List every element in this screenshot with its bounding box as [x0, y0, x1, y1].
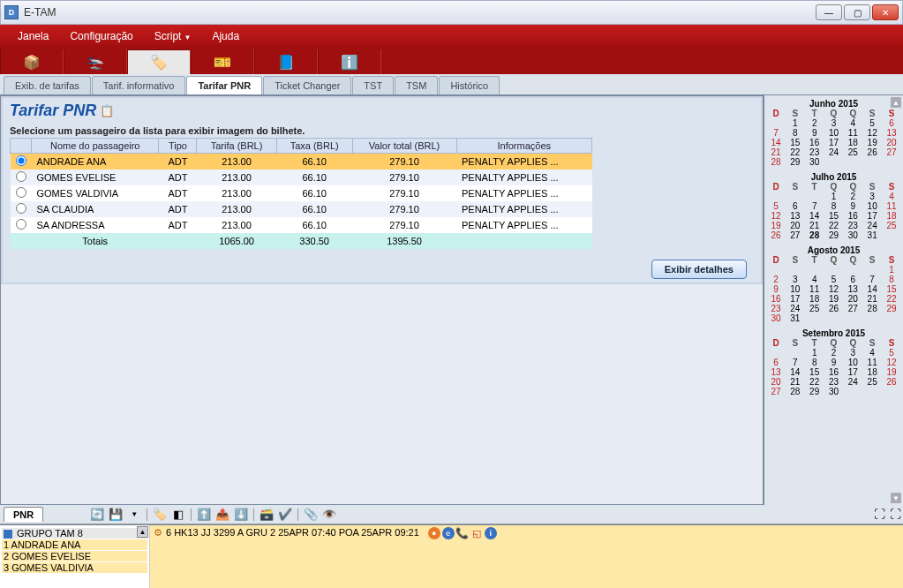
calendar-day[interactable]: 21: [787, 377, 803, 387]
calendar-day[interactable]: 30: [768, 313, 784, 323]
calendar-day[interactable]: 25: [864, 377, 880, 387]
menu-janela[interactable]: Janela: [7, 30, 59, 42]
calendar-day[interactable]: 26: [864, 147, 880, 157]
calendar-day[interactable]: 27: [845, 304, 861, 313]
calendar-day[interactable]: 22: [884, 294, 899, 304]
calendar-day[interactable]: 30: [845, 230, 861, 240]
calendar-day[interactable]: 6: [884, 118, 899, 128]
calendar-day[interactable]: 3: [864, 192, 880, 201]
calendar-scroll-down[interactable]: ▼: [891, 493, 901, 503]
calendar-day[interactable]: 15: [807, 367, 823, 377]
calendar-day[interactable]: 29: [825, 230, 841, 240]
calendar-day[interactable]: 26: [825, 304, 841, 313]
tb-expand-icon-1[interactable]: ⛶: [871, 507, 887, 523]
calendar-day[interactable]: 20: [845, 294, 861, 304]
calendar-day[interactable]: 15: [825, 211, 841, 221]
tab-ticket-changer[interactable]: Ticket Changer: [263, 76, 351, 94]
tb-db-icon[interactable]: 🗃️: [259, 507, 275, 523]
calendar-day[interactable]: 4: [807, 275, 823, 284]
calendar-day[interactable]: 3: [845, 348, 861, 358]
calendar-day[interactable]: 6: [845, 275, 861, 284]
calendar-day[interactable]: 25: [884, 221, 899, 230]
table-row[interactable]: SA CLAUDIA ADT 213.00 66.10 279.10 PENAL…: [11, 201, 592, 217]
tb-down-icon[interactable]: ⬇️: [233, 507, 249, 523]
calendar-day[interactable]: 7: [768, 128, 784, 138]
pax-line[interactable]: 3 GOMES VALDIVIA: [2, 562, 147, 573]
calendar-day[interactable]: 15: [884, 284, 899, 294]
tb-check-icon[interactable]: ✔️: [277, 507, 293, 523]
calendar-day[interactable]: 12: [768, 211, 784, 221]
calendar-day[interactable]: 7: [864, 275, 880, 284]
calendar-day[interactable]: 12: [884, 358, 899, 367]
calendar-day[interactable]: 31: [787, 313, 803, 323]
calendar-day[interactable]: 30: [807, 157, 823, 167]
calendar-day[interactable]: 22: [825, 221, 841, 230]
calendar-day[interactable]: 19: [768, 221, 784, 230]
seg-phone-icon[interactable]: 📞: [456, 527, 469, 539]
calendar-day[interactable]: 2: [825, 348, 841, 358]
calendar-day[interactable]: 3: [825, 118, 841, 128]
tb-erase-icon[interactable]: ◧: [170, 507, 186, 523]
table-row[interactable]: ANDRADE ANA ADT 213.00 66.10 279.10 PENA…: [11, 154, 592, 170]
calendar-day[interactable]: 24: [845, 377, 861, 387]
tb-refresh-icon[interactable]: 🔄: [89, 507, 105, 523]
calendar-day[interactable]: 19: [825, 294, 841, 304]
calendar-day[interactable]: 23: [768, 304, 784, 313]
calendar-day[interactable]: 24: [787, 304, 803, 313]
pax-scroll-up[interactable]: ▲: [137, 526, 148, 538]
calendar-day[interactable]: 13: [768, 367, 784, 377]
calendar-day[interactable]: 14: [787, 367, 803, 377]
calendar-day[interactable]: 17: [864, 211, 880, 221]
tb-caret-icon[interactable]: ▼: [126, 507, 142, 523]
calendar-day[interactable]: 10: [864, 201, 880, 211]
toolbar-btn-5[interactable]: 📘: [254, 49, 318, 74]
calendar-day[interactable]: 29: [807, 387, 823, 396]
seg-eticket-icon[interactable]: e: [442, 527, 455, 539]
calendar-day[interactable]: 6: [787, 201, 803, 211]
calendar-day[interactable]: 16: [845, 211, 861, 221]
calendar-day[interactable]: 16: [825, 367, 841, 377]
calendar-day[interactable]: 1: [825, 192, 841, 201]
calendar-day[interactable]: 17: [845, 367, 861, 377]
calendar-day[interactable]: 14: [768, 138, 784, 147]
calendar-day[interactable]: 2: [768, 275, 784, 284]
table-row[interactable]: GOMES EVELISE ADT 213.00 66.10 279.10 PE…: [11, 170, 592, 185]
row-radio[interactable]: [16, 203, 26, 214]
calendar-day[interactable]: 24: [825, 147, 841, 157]
calendar-day[interactable]: 22: [807, 377, 823, 387]
calendar-day[interactable]: 19: [884, 367, 899, 377]
calendar-day[interactable]: 5: [768, 201, 784, 211]
tb-send-icon[interactable]: 📤: [214, 507, 230, 523]
table-row[interactable]: GOMES VALDIVIA ADT 213.00 66.10 279.10 P…: [11, 185, 592, 201]
pax-line[interactable]: 2 GOMES EVELISE: [2, 551, 147, 562]
calendar-day[interactable]: 16: [768, 294, 784, 304]
calendar-day[interactable]: 8: [825, 201, 841, 211]
menu-script[interactable]: Script▼: [144, 30, 202, 42]
calendar-day[interactable]: 18: [884, 211, 899, 221]
calendar-day[interactable]: 13: [787, 211, 803, 221]
calendar-day[interactable]: 5: [864, 118, 880, 128]
calendar-day[interactable]: 4: [884, 192, 899, 201]
calendar-day[interactable]: 18: [864, 367, 880, 377]
calendar-day[interactable]: 9: [807, 128, 823, 138]
calendar-day[interactable]: 20: [884, 138, 899, 147]
menu-configuracao[interactable]: Configuração: [59, 30, 143, 42]
calendar-day[interactable]: 4: [864, 348, 880, 358]
toolbar-btn-1[interactable]: 📦: [0, 49, 64, 74]
calendar-day[interactable]: 28: [768, 157, 784, 167]
calendar-day[interactable]: 6: [768, 358, 784, 367]
table-row[interactable]: SA ANDRESSA ADT 213.00 66.10 279.10 PENA…: [11, 217, 592, 233]
toolbar-btn-3[interactable]: 🏷️: [127, 49, 191, 74]
calendar-day[interactable]: 9: [768, 284, 784, 294]
calendar-day[interactable]: 5: [825, 275, 841, 284]
exibir-detalhes-button[interactable]: Exibir detalhes: [651, 260, 747, 279]
tab-tarif-informativo[interactable]: Tarif. informativo: [92, 76, 186, 94]
calendar-day[interactable]: 27: [768, 387, 784, 396]
close-button[interactable]: ✕: [872, 4, 899, 20]
calendar-day[interactable]: 18: [807, 294, 823, 304]
calendar-day[interactable]: 24: [864, 221, 880, 230]
tab-exib-tarifas[interactable]: Exib. de tarifas: [4, 76, 91, 94]
calendar-day[interactable]: 15: [787, 138, 803, 147]
seg-info-icon[interactable]: i: [485, 527, 497, 539]
calendar-scroll-up[interactable]: ▲: [891, 97, 901, 108]
